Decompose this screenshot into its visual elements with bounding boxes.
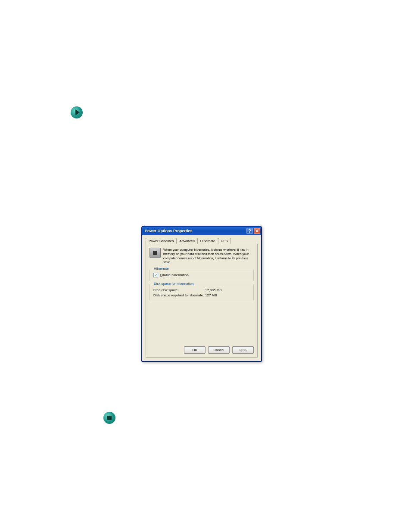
required-disk-row: Disk space required to hibernate: 127 MB: [153, 293, 250, 297]
required-disk-value: 127 MB: [205, 293, 217, 297]
free-disk-label: Free disk space:: [153, 288, 205, 292]
hibernate-groupbox: Hibernate ✓ Enable hibernation: [149, 269, 254, 281]
stop-square-icon: [107, 416, 112, 420]
play-icon: [71, 106, 83, 118]
dialog-body: Power Schemes Advanced Hibernate UPS Whe…: [142, 235, 261, 361]
enable-hibernation-checkbox[interactable]: ✓: [153, 273, 158, 277]
apply-button: Apply: [232, 346, 254, 354]
info-row: When your computer hibernates, it stores…: [149, 248, 254, 264]
disk-space-groupbox: Disk space for hibernation Free disk spa…: [149, 284, 254, 301]
stop-icon: [103, 412, 115, 424]
close-button[interactable]: ×: [254, 228, 260, 234]
disk-group-title: Disk space for hibernation: [153, 282, 195, 286]
tab-ups[interactable]: UPS: [218, 238, 231, 244]
play-triangle-icon: [75, 109, 80, 115]
enable-hibernation-label: Enable hibernation: [160, 273, 189, 277]
tab-advanced[interactable]: Advanced: [176, 238, 198, 244]
tab-content: When your computer hibernates, it stores…: [146, 244, 258, 358]
free-disk-row: Free disk space: 17,085 MB: [153, 288, 250, 292]
dialog-titlebar[interactable]: Power Options Properties ? ×: [142, 227, 261, 235]
cancel-button[interactable]: Cancel: [208, 346, 230, 354]
titlebar-buttons: ? ×: [246, 228, 260, 234]
help-button[interactable]: ?: [246, 228, 253, 234]
info-text: When your computer hibernates, it stores…: [163, 248, 254, 264]
dialog-button-row: OK Cancel Apply: [149, 344, 254, 354]
dialog-title: Power Options Properties: [145, 229, 193, 233]
tab-hibernate[interactable]: Hibernate: [197, 238, 218, 244]
tabs-container: Power Schemes Advanced Hibernate UPS: [146, 238, 258, 244]
tab-power-schemes[interactable]: Power Schemes: [146, 238, 177, 244]
required-disk-label: Disk space required to hibernate:: [153, 293, 205, 297]
monitor-icon: [149, 248, 161, 258]
free-disk-value: 17,085 MB: [205, 288, 222, 292]
hibernate-group-title: Hibernate: [153, 267, 170, 271]
power-options-dialog: Power Options Properties ? × Power Schem…: [141, 226, 262, 362]
ok-button[interactable]: OK: [184, 346, 206, 354]
enable-hibernation-row: ✓ Enable hibernation: [153, 273, 250, 277]
